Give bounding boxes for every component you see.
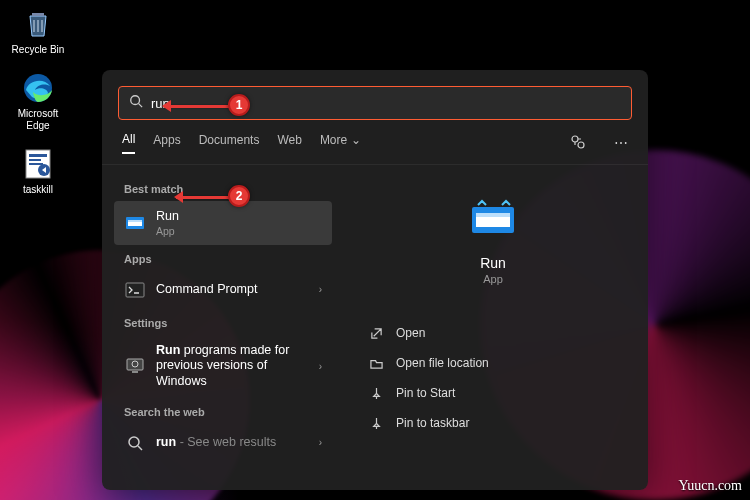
recycle-bin-icon — [20, 6, 56, 42]
action-pin-to-start[interactable]: Pin to Start — [362, 379, 624, 407]
result-compat-settings[interactable]: Run programs made for previous versions … — [114, 335, 332, 398]
section-search-web: Search the web — [114, 400, 338, 422]
pin-icon — [368, 387, 384, 400]
search-content: Best match Run App Apps Command Prompt › — [102, 165, 648, 490]
chevron-down-icon: ⌄ — [351, 133, 361, 147]
chevron-right-icon: › — [319, 284, 322, 295]
tab-more[interactable]: More ⌄ — [320, 133, 361, 153]
tab-all[interactable]: All — [122, 132, 135, 154]
result-web-run[interactable]: run - See web results › — [114, 424, 332, 462]
desktop-icon-taskkill[interactable]: taskkill — [8, 146, 68, 196]
action-label: Pin to Start — [396, 386, 455, 400]
chevron-right-icon: › — [319, 437, 322, 448]
preview-title: Run — [362, 255, 624, 271]
svg-rect-2 — [29, 154, 47, 157]
tab-documents[interactable]: Documents — [199, 133, 260, 153]
result-run-app[interactable]: Run App — [114, 201, 332, 245]
svg-point-16 — [129, 437, 139, 447]
annotation-marker-2: 2 — [228, 185, 250, 207]
action-pin-to-taskbar[interactable]: Pin to taskbar — [362, 409, 624, 437]
run-app-icon — [124, 212, 146, 234]
open-icon — [368, 327, 384, 340]
action-open[interactable]: Open — [362, 319, 624, 347]
svg-rect-3 — [29, 159, 41, 161]
desktop-icon-label: Microsoft Edge — [8, 108, 68, 132]
feedback-icon[interactable] — [570, 134, 586, 153]
search-icon — [124, 432, 146, 454]
svg-rect-14 — [132, 371, 138, 373]
results-column: Best match Run App Apps Command Prompt › — [102, 165, 338, 490]
tab-web[interactable]: Web — [277, 133, 301, 153]
run-app-icon-large — [470, 197, 516, 243]
preview-subtitle: App — [362, 273, 624, 285]
chevron-right-icon: › — [319, 361, 322, 372]
action-label: Open — [396, 326, 425, 340]
section-settings: Settings — [114, 311, 338, 333]
result-title: run - See web results — [156, 435, 309, 451]
desktop-icons-column: Recycle Bin Microsoft Edge taskkill — [8, 6, 68, 196]
result-title: Command Prompt — [156, 282, 309, 298]
result-command-prompt[interactable]: Command Prompt › — [114, 271, 332, 309]
command-prompt-icon — [124, 279, 146, 301]
svg-rect-19 — [476, 213, 510, 217]
annotation-arrow-2 — [176, 196, 230, 199]
search-icon — [129, 94, 143, 112]
result-title: Run programs made for previous versions … — [156, 343, 309, 390]
watermark: Yuucn.com — [679, 478, 742, 494]
search-tabs: All Apps Documents Web More ⌄ ⋯ — [102, 128, 648, 165]
svg-rect-11 — [128, 220, 142, 222]
tab-apps[interactable]: Apps — [153, 133, 180, 153]
settings-monitor-icon — [124, 355, 146, 377]
folder-icon — [368, 357, 384, 370]
svg-rect-4 — [29, 163, 43, 165]
batch-file-icon — [20, 146, 56, 182]
result-title: Run — [156, 209, 322, 225]
svg-point-7 — [572, 136, 578, 142]
preview-actions: Open Open file location Pin to Start Pin… — [362, 319, 624, 437]
result-subtitle: App — [156, 225, 322, 237]
section-apps: Apps — [114, 247, 338, 269]
desktop-icon-microsoft-edge[interactable]: Microsoft Edge — [8, 70, 68, 132]
more-options-icon[interactable]: ⋯ — [614, 135, 628, 151]
svg-point-6 — [131, 96, 140, 105]
search-box[interactable] — [118, 86, 632, 120]
annotation-arrow-1 — [164, 105, 230, 108]
desktop-icon-recycle-bin[interactable]: Recycle Bin — [8, 6, 68, 56]
action-label: Open file location — [396, 356, 489, 370]
svg-point-8 — [578, 142, 584, 148]
preview-pane: Run App Open Open file location Pin to S… — [338, 165, 648, 490]
svg-rect-12 — [126, 283, 144, 297]
search-input[interactable] — [151, 96, 621, 111]
action-open-file-location[interactable]: Open file location — [362, 349, 624, 377]
edge-icon — [20, 70, 56, 106]
desktop-icon-label: Recycle Bin — [12, 44, 65, 56]
action-label: Pin to taskbar — [396, 416, 469, 430]
start-search-panel: All Apps Documents Web More ⌄ ⋯ Best mat… — [102, 70, 648, 490]
pin-icon — [368, 417, 384, 430]
annotation-marker-1: 1 — [228, 94, 250, 116]
desktop-icon-label: taskkill — [23, 184, 53, 196]
